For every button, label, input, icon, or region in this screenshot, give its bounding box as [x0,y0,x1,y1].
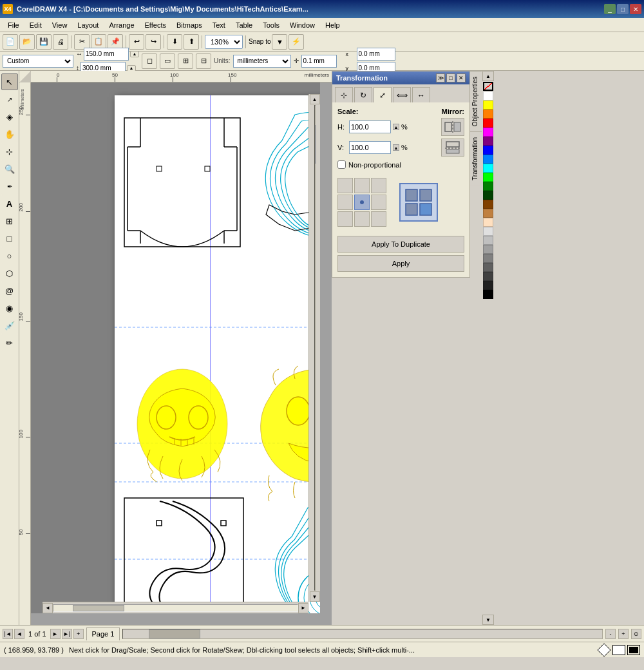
zoom-out-button[interactable]: - [605,629,616,639]
width-input[interactable] [84,48,129,61]
height-up[interactable]: ▲ [127,65,136,72]
pos-bc[interactable] [354,211,370,227]
side-tab-object-properties[interactable]: Object Properties [470,71,482,131]
pos-br[interactable] [371,211,386,227]
side-tab-transformation[interactable]: Transformation [470,131,482,186]
menu-text[interactable]: Text [207,20,231,30]
bleed-button[interactable]: ⊟ [196,53,211,69]
tab-flip[interactable]: ↔ [412,87,430,102]
color-orange[interactable] [483,110,493,119]
color-yellow[interactable] [483,100,493,110]
snap-toggle-button[interactable]: ⚡ [289,34,304,50]
color-verydarkgreen[interactable] [483,191,493,200]
smudge-tool[interactable]: ✋ [1,126,18,142]
zoom-fit-button[interactable]: ⊙ [631,629,641,639]
tab-rotate[interactable]: ↻ [354,87,372,102]
color-nearlblack[interactable] [483,281,493,290]
freehand-tool[interactable]: ↗ [1,91,18,108]
color-green[interactable] [483,173,493,182]
color-white[interactable] [483,91,493,100]
color-lightblue[interactable] [483,155,493,164]
spiral-tool[interactable]: @ [1,282,18,299]
outline-tool[interactable]: ✏ [1,334,18,351]
prev-page-button[interactable]: ◄ [14,629,24,639]
nudge-input[interactable] [301,55,337,68]
menu-view[interactable]: View [47,20,73,30]
scroll-left-button[interactable]: ◄ [43,603,53,613]
close-button[interactable]: ✕ [630,4,641,14]
portrait-button[interactable]: ◻ [142,53,157,69]
color-magenta[interactable] [483,128,493,137]
mirror-v-button[interactable] [441,139,464,157]
h-scroll-thumb[interactable] [149,629,200,638]
color-brown[interactable] [483,200,493,209]
canvas-inner[interactable]: ▲ ▼ ◄ ► [31,82,320,613]
menu-help[interactable]: Help [320,20,345,30]
color-purple[interactable] [483,137,493,146]
next-page-button[interactable]: ► [50,629,61,639]
scroll-h-track[interactable] [53,604,298,612]
minimize-button[interactable]: _ [604,4,616,14]
text-tool[interactable]: A [1,195,18,212]
save-button[interactable]: 💾 [36,34,52,50]
color-verydarkgray[interactable] [483,272,493,281]
select-tool[interactable]: ↖ [1,73,18,90]
import-button[interactable]: ⬇ [167,34,182,50]
rect-tool[interactable]: □ [1,230,18,247]
panel-menu-button[interactable]: ≫ [436,73,445,82]
menu-tools[interactable]: Tools [258,20,285,30]
color-peach[interactable] [483,218,493,227]
scroll-down-button[interactable]: ▼ [310,591,320,602]
pos-tr[interactable] [371,178,386,193]
units-combo[interactable]: millimeters [233,55,291,68]
color-darkgreen[interactable] [483,182,493,191]
no-color-swatch[interactable] [483,82,493,91]
zoom-combo[interactable]: 130% [205,35,243,49]
h-scale-up[interactable]: ▲ [393,124,399,130]
menu-bitmaps[interactable]: Bitmaps [171,20,207,30]
page-layout-button[interactable]: ⊞ [178,53,193,69]
fill-tool[interactable]: ◉ [1,300,18,316]
tab-skew[interactable]: ⟺ [393,87,411,102]
preset-combo[interactable]: Custom [3,55,73,68]
width-up[interactable]: ▲ [130,51,139,57]
menu-file[interactable]: File [3,20,24,30]
menu-effects[interactable]: Effects [140,20,171,30]
zoom-tool[interactable]: 🔍 [1,160,18,177]
h-scale-input[interactable] [349,120,391,133]
scroll-v-thumb[interactable] [315,125,316,164]
pos-tc[interactable] [354,178,370,193]
scroll-up-button[interactable]: ▲ [310,94,320,104]
color-gray[interactable] [483,245,493,254]
landscape-button[interactable]: ▭ [160,53,175,69]
mirror-h-button[interactable] [441,118,464,136]
page-tab[interactable]: Page 1 [86,627,120,640]
add-page-button[interactable]: + [73,629,84,639]
palette-scroll-down[interactable]: ▼ [482,615,494,625]
shape-tool[interactable]: ◈ [1,108,18,125]
open-button[interactable]: 📂 [19,34,35,50]
color-darkgray[interactable] [483,263,493,272]
color-black[interactable] [483,290,493,299]
apply-to-duplicate-button[interactable]: Apply To Duplicate [337,236,464,253]
color-cyan[interactable] [483,164,493,173]
pos-mr[interactable] [371,195,386,210]
zoom-in-button[interactable]: + [618,629,629,639]
pos-ml[interactable] [337,195,353,210]
table-tool[interactable]: ⊞ [1,213,18,229]
first-page-button[interactable]: |◄ [3,629,13,639]
print-button[interactable]: 🖨 [53,34,68,50]
scroll-right-button[interactable]: ► [298,603,308,613]
color-red[interactable] [483,119,493,128]
color-silver[interactable] [483,236,493,245]
pos-bl[interactable] [337,211,353,227]
pos-mc[interactable] [354,195,370,210]
menu-layout[interactable]: Layout [72,20,104,30]
v-scale-input[interactable] [349,141,391,154]
apply-button[interactable]: Apply [337,255,464,272]
non-proportional-checkbox[interactable] [337,160,346,169]
menu-edit[interactable]: Edit [24,20,47,30]
v-scale-up[interactable]: ▲ [393,144,399,151]
menu-arrange[interactable]: Arrange [104,20,139,30]
color-tan[interactable] [483,209,493,218]
